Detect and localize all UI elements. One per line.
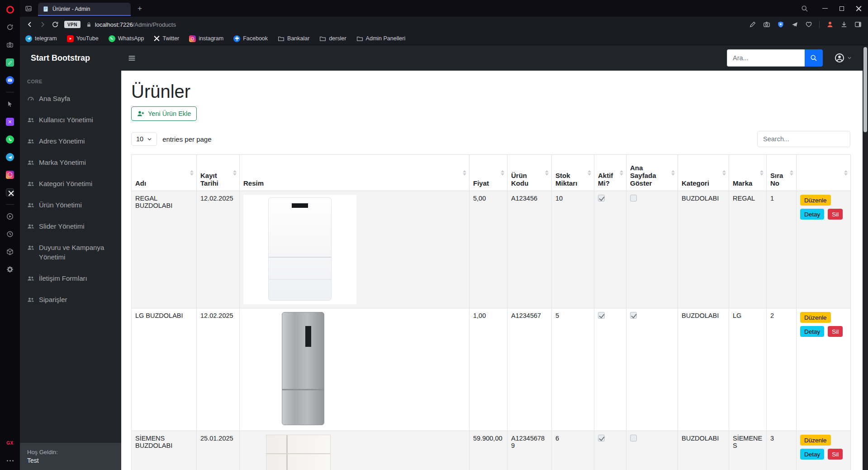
show-on-home-checkbox[interactable]	[630, 195, 637, 201]
cell-code: A123456	[508, 191, 552, 308]
profile-icon[interactable]	[826, 21, 834, 28]
tab-gallery-icon[interactable]	[23, 3, 34, 14]
edit-button[interactable]: Düzenle	[800, 312, 831, 323]
delete-button[interactable]: Sil	[828, 449, 843, 460]
edit-button[interactable]: Düzenle	[800, 195, 831, 206]
extensions-icon[interactable]	[4, 246, 16, 258]
whatsapp-icon[interactable]	[4, 134, 16, 145]
bookmark-folder-admin-panelleri[interactable]: Admin Panelleri	[356, 35, 406, 42]
bookmark-folder-bankalar[interactable]: Bankalar	[278, 35, 309, 42]
instagram-icon[interactable]	[4, 169, 16, 181]
bookmark-telegram[interactable]: telegram	[25, 35, 57, 42]
navbar-search-button[interactable]	[805, 49, 823, 67]
history-icon[interactable]	[4, 21, 16, 33]
sidebar-item-siparisler[interactable]: Siparişler	[20, 289, 121, 310]
sidebar-panels-icon[interactable]	[854, 21, 862, 28]
favorites-heart-icon[interactable]	[805, 21, 812, 28]
bookmark-instagram[interactable]: instagram	[189, 35, 223, 42]
notes-icon[interactable]	[4, 57, 16, 68]
snapshot-camera-icon[interactable]	[763, 21, 770, 28]
column-header-aktif-mi[interactable]: Aktif Mi?	[594, 155, 626, 191]
detail-button[interactable]: Detay	[800, 449, 824, 460]
close-button[interactable]	[856, 5, 862, 11]
bookmark-facebook[interactable]: Facebook	[233, 35, 268, 42]
detail-button[interactable]: Detay	[800, 209, 824, 220]
active-checkbox[interactable]	[598, 195, 605, 201]
active-checkbox[interactable]	[598, 435, 605, 441]
column-header-sira-no[interactable]: Sıra No	[767, 155, 797, 191]
add-product-button[interactable]: Yeni Ürün Ekle	[131, 106, 197, 121]
table-row: REGAL BUZDOLABI 12.02.2025 5,00 A123456 …	[132, 191, 851, 308]
user-menu[interactable]	[835, 53, 852, 63]
compose-icon[interactable]	[749, 21, 756, 28]
sidebar-item-kullanici-yonetimi[interactable]: Kullanıcı Yönetimi	[20, 109, 121, 130]
column-header-actions[interactable]	[797, 155, 851, 191]
page-scrollbar[interactable]	[863, 45, 868, 470]
aria-shield-icon[interactable]	[777, 21, 784, 28]
cursor-icon[interactable]	[4, 98, 16, 110]
bookmark-twitter[interactable]: Twitter	[154, 35, 179, 42]
cell-name: SİEMENS BUZDOLABI	[132, 431, 197, 470]
delete-button[interactable]: Sil	[828, 326, 843, 337]
sidebar-item-kategori-yonetimi[interactable]: Kategori Yönetimi	[20, 173, 121, 194]
forward-icon[interactable]	[39, 21, 46, 28]
column-header-ana-sayfada-goster[interactable]: Ana Sayfada Göster	[626, 155, 678, 191]
sidebar-item-slider-yonetimi[interactable]: Slider Yönetimi	[20, 216, 121, 237]
x-icon[interactable]	[4, 187, 16, 198]
settings-icon[interactable]	[4, 264, 16, 275]
edit-button[interactable]: Düzenle	[800, 435, 831, 446]
tab-search-icon[interactable]	[799, 3, 811, 14]
gx-logo[interactable]: GX	[4, 437, 16, 449]
detail-button[interactable]: Detay	[800, 326, 824, 337]
column-header-fiyat[interactable]: Fiyat	[470, 155, 508, 191]
cell-actions: Düzenle Detay Sil	[797, 308, 851, 431]
bookmark-whatsapp[interactable]: WhatsApp	[109, 35, 144, 42]
show-on-home-checkbox[interactable]	[630, 435, 637, 441]
column-header-marka[interactable]: Marka	[729, 155, 767, 191]
bookmark-youtube[interactable]: YouTube	[67, 35, 99, 42]
column-header-urun-kodu[interactable]: Ürün Kodu	[508, 155, 552, 191]
back-icon[interactable]	[26, 21, 33, 28]
column-header-kayit-tarihi[interactable]: Kayıt Tarihi	[197, 155, 240, 191]
facebook-icon	[233, 35, 240, 42]
navbar-search-input[interactable]	[727, 49, 805, 67]
sidebar-toggle-button[interactable]	[128, 54, 136, 62]
sidebar-item-duyuru-kampanya[interactable]: Duyuru ve Kampanya Yönetimi	[20, 237, 121, 268]
column-header-stok-miktari[interactable]: Stok Miktarı	[552, 155, 594, 191]
column-header-resim[interactable]: Resim	[240, 155, 470, 191]
active-checkbox[interactable]	[598, 312, 605, 319]
sidebar-item-ana-sayfa[interactable]: Ana Sayfa	[20, 88, 121, 109]
snapshot-icon[interactable]	[4, 39, 16, 51]
address-bar[interactable]: localhost:7226/Admin/Products	[86, 21, 176, 28]
show-on-home-checkbox[interactable]	[630, 312, 637, 319]
mail-icon[interactable]	[4, 74, 16, 86]
brand-link[interactable]: Start Bootstrap	[20, 53, 121, 63]
player-icon[interactable]	[4, 211, 16, 222]
sidebar-item-iletisim-formlari[interactable]: İletişim Formları	[20, 268, 121, 289]
telegram-icon[interactable]	[4, 151, 16, 163]
browser-tab[interactable]: Ürünler - Admin	[38, 3, 131, 16]
downloads-icon[interactable]	[840, 21, 848, 28]
entries-per-page-select[interactable]: 10	[131, 132, 157, 146]
scrollbar-thumb[interactable]	[863, 47, 867, 132]
reload-icon[interactable]	[52, 21, 59, 28]
table-search-input[interactable]	[757, 131, 850, 147]
minimize-button[interactable]	[822, 8, 828, 9]
new-tab-button[interactable]: +	[134, 3, 145, 14]
sidebar-item-marka-yonetimi[interactable]: Marka Yönetimi	[20, 152, 121, 173]
more-icon[interactable]	[4, 455, 16, 466]
cell-image	[240, 308, 470, 431]
sidebar-item-urun-yonetimi[interactable]: Ürün Yönetimi	[20, 194, 121, 216]
send-icon[interactable]	[791, 21, 798, 28]
twitch-icon[interactable]	[4, 116, 16, 128]
vpn-badge[interactable]: VPN	[64, 21, 81, 28]
delete-button[interactable]: Sil	[828, 209, 843, 220]
maximize-button[interactable]	[840, 6, 844, 11]
sidebar-item-adres-yonetimi[interactable]: Adres Yönetimi	[20, 130, 121, 152]
bookmark-folder-dersler[interactable]: dersler	[319, 35, 346, 42]
column-header-kategori[interactable]: Kategori	[678, 155, 729, 191]
users-icon	[27, 116, 34, 124]
opera-logo-icon[interactable]	[4, 4, 16, 15]
clock-icon[interactable]	[4, 228, 16, 240]
column-header-adi[interactable]: Adı	[132, 155, 197, 191]
